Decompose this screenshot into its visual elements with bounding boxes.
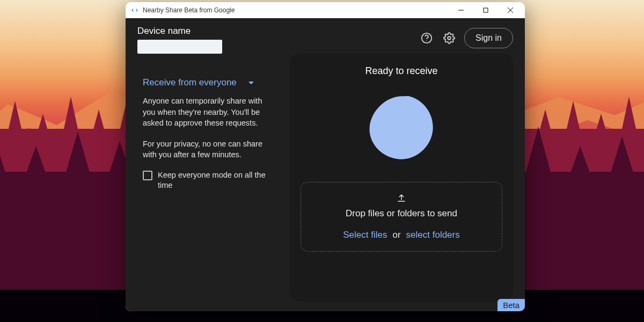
checkbox-icon <box>143 171 152 180</box>
select-files-link[interactable]: Select files <box>343 230 387 240</box>
device-name-input[interactable] <box>137 40 222 54</box>
device-name-label: Device name <box>137 26 222 36</box>
ready-heading: Ready to receive <box>365 65 437 77</box>
svg-point-6 <box>448 36 451 40</box>
receive-mode-label: Receive from everyone <box>143 77 237 88</box>
window-title: Nearby Share Beta from Google <box>143 6 449 14</box>
main-panel: Ready to receive Drop files or folders t… <box>290 54 513 302</box>
checkbox-label: Keep everyone mode on all the time <box>158 170 273 191</box>
svg-point-5 <box>426 40 427 41</box>
drop-zone-label: Drop files or folders to send <box>346 208 457 219</box>
sign-in-button[interactable]: Sign in <box>464 28 513 48</box>
beta-badge: Beta <box>497 299 525 311</box>
device-avatar-blob <box>367 92 436 162</box>
svg-rect-1 <box>484 8 488 12</box>
drop-zone[interactable]: Drop files or folders to send Select fil… <box>301 182 502 252</box>
upload-icon <box>397 193 406 205</box>
gear-icon[interactable] <box>442 31 457 46</box>
chevron-down-icon <box>248 82 254 84</box>
keep-everyone-mode-checkbox[interactable]: Keep everyone mode on all the time <box>137 170 278 191</box>
help-icon[interactable] <box>419 31 434 46</box>
receive-mode-dropdown[interactable]: Receive from everyone <box>137 77 278 88</box>
select-folders-link[interactable]: select folders <box>406 230 460 240</box>
app-window: Nearby Share Beta from Google Device nam… <box>126 2 525 311</box>
receive-mode-description-2: For your privacy, no one can share with … <box>137 138 278 160</box>
app-icon <box>131 6 138 14</box>
receive-mode-description-1: Anyone can temporarily share with you wh… <box>137 96 278 129</box>
window-titlebar[interactable]: Nearby Share Beta from Google <box>126 2 525 18</box>
window-close-button[interactable] <box>498 2 523 18</box>
window-maximize-button[interactable] <box>473 2 498 18</box>
window-minimize-button[interactable] <box>449 2 473 18</box>
or-text: or <box>392 230 400 240</box>
